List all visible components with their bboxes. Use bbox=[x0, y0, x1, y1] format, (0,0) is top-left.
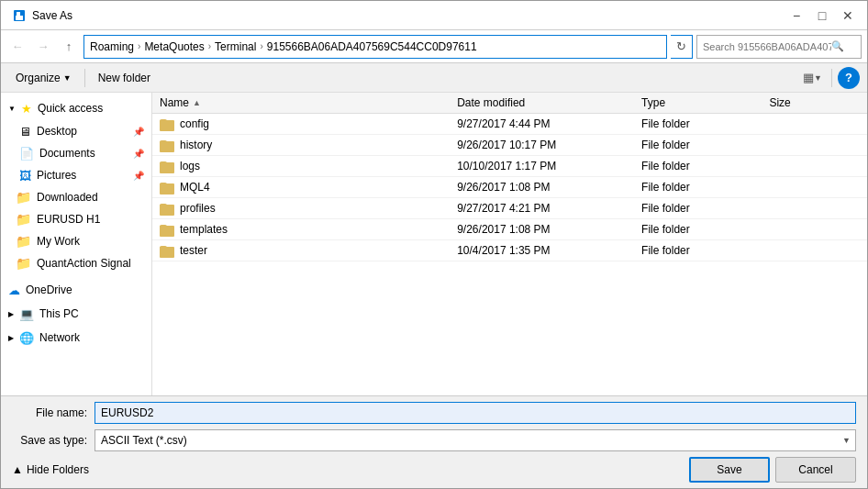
sidebar-item-downloaded[interactable]: 📁 Downloaded bbox=[8, 186, 151, 208]
sidebar-thispc-header[interactable]: ▶ 💻 This PC bbox=[1, 302, 151, 326]
folder-icon bbox=[160, 222, 174, 237]
col-date-label: Date modified bbox=[457, 96, 525, 109]
sidebar-item-quantaction[interactable]: 📁 QuantAction Signal bbox=[8, 252, 151, 274]
chevron-right-network: ▶ bbox=[8, 334, 14, 342]
network-label: Network bbox=[39, 331, 80, 344]
forward-button[interactable]: → bbox=[32, 36, 54, 58]
sidebar-quick-access-header[interactable]: ▼ ★ Quick access bbox=[1, 96, 151, 120]
eurusd-label: EURUSD H1 bbox=[37, 213, 100, 226]
toolbar: Organize ▼ New folder ▦ ▼ ? bbox=[1, 63, 867, 93]
thispc-label: This PC bbox=[39, 307, 79, 320]
savetype-row: Save as type: ASCII Text (*.csv) CSV (*.… bbox=[12, 429, 856, 451]
minimize-button[interactable]: − bbox=[785, 6, 808, 25]
filename-row: File name: bbox=[12, 402, 856, 424]
file-type-cell: File folder bbox=[634, 160, 762, 172]
file-name-cell: history bbox=[152, 138, 450, 152]
sidebar-network-header[interactable]: ▶ 🌐 Network bbox=[1, 326, 151, 350]
organize-label: Organize bbox=[16, 72, 61, 84]
view-button[interactable]: ▦ ▼ bbox=[799, 68, 826, 87]
folder-icon bbox=[160, 117, 174, 131]
address-bar[interactable]: Roaming › MetaQuotes › Terminal › 915566… bbox=[83, 35, 667, 59]
savetype-label: Save as type: bbox=[12, 434, 95, 447]
refresh-button[interactable]: ↻ bbox=[671, 35, 693, 59]
savetype-select[interactable]: ASCII Text (*.csv) CSV (*.csv) Text (*.t… bbox=[95, 429, 856, 451]
mywork-label: My Work bbox=[37, 235, 80, 248]
dialog-title: Save As bbox=[32, 9, 785, 22]
back-button[interactable]: ← bbox=[6, 36, 28, 58]
file-name-cell: logs bbox=[152, 159, 450, 173]
hide-chevron-icon: ▲ bbox=[12, 463, 23, 476]
desktop-label: Desktop bbox=[37, 125, 77, 138]
table-row[interactable]: config 9/27/2017 4:44 PM File folder bbox=[152, 114, 867, 135]
sidebar-item-desktop[interactable]: 🖥 Desktop 📌 bbox=[8, 120, 151, 142]
table-row[interactable]: MQL4 9/26/2017 1:08 PM File folder bbox=[152, 177, 867, 198]
documents-label: Documents bbox=[39, 147, 95, 160]
new-folder-button[interactable]: New folder bbox=[91, 69, 158, 87]
nav-bar: ← → ↑ Roaming › MetaQuotes › Terminal › … bbox=[1, 30, 867, 63]
col-header-name[interactable]: Name ▲ bbox=[152, 94, 450, 111]
quick-access-label: Quick access bbox=[38, 102, 103, 115]
crumb-terminal: Terminal bbox=[215, 40, 256, 53]
svg-rect-1 bbox=[16, 16, 23, 20]
table-row[interactable]: templates 9/26/2017 1:08 PM File folder bbox=[152, 219, 867, 240]
file-name: tester bbox=[180, 244, 207, 257]
downloaded-label: Downloaded bbox=[37, 191, 98, 204]
file-name-cell: tester bbox=[152, 243, 450, 258]
file-list-area[interactable]: Name ▲ Date modified Type Size config bbox=[152, 93, 867, 395]
mywork-icon: 📁 bbox=[16, 234, 31, 249]
help-button[interactable]: ? bbox=[838, 67, 860, 89]
maximize-button[interactable]: □ bbox=[810, 6, 834, 25]
table-row[interactable]: history 9/26/2017 10:17 PM File folder bbox=[152, 135, 867, 156]
file-name-cell: MQL4 bbox=[152, 180, 450, 194]
sidebar-onedrive-header[interactable]: ☁ OneDrive bbox=[1, 278, 151, 302]
col-type-label: Type bbox=[641, 96, 665, 109]
table-row[interactable]: tester 10/4/2017 1:35 PM File folder bbox=[152, 240, 867, 261]
svg-rect-2 bbox=[17, 12, 20, 16]
view-chevron: ▼ bbox=[814, 73, 822, 83]
filename-input[interactable] bbox=[95, 402, 856, 424]
pin-icon-docs: 📌 bbox=[133, 149, 144, 159]
col-header-date[interactable]: Date modified bbox=[450, 94, 634, 111]
file-type-cell: File folder bbox=[634, 223, 762, 236]
table-row[interactable]: profiles 9/27/2017 4:21 PM File folder bbox=[152, 198, 867, 219]
hide-folders-button[interactable]: ▲ Hide Folders bbox=[12, 463, 684, 476]
up-button[interactable]: ↑ bbox=[58, 36, 80, 58]
file-name: templates bbox=[180, 223, 228, 236]
file-date-cell: 10/10/2017 1:17 PM bbox=[450, 160, 634, 172]
file-type-cell: File folder bbox=[634, 244, 762, 257]
col-header-type[interactable]: Type bbox=[634, 94, 762, 111]
file-name-cell: templates bbox=[152, 222, 450, 237]
col-size-label: Size bbox=[769, 96, 790, 109]
file-list-header: Name ▲ Date modified Type Size bbox=[152, 93, 867, 114]
sidebar-item-mywork[interactable]: 📁 My Work bbox=[8, 230, 151, 252]
file-name: config bbox=[180, 117, 209, 130]
save-as-dialog: Save As − □ ✕ ← → ↑ Roaming › MetaQuotes… bbox=[0, 0, 868, 489]
search-box[interactable]: 🔍 bbox=[696, 35, 862, 59]
file-date-cell: 9/27/2017 4:44 PM bbox=[450, 117, 634, 130]
downloaded-icon: 📁 bbox=[16, 190, 31, 205]
close-button[interactable]: ✕ bbox=[836, 6, 860, 25]
sidebar-item-documents[interactable]: 📄 Documents 📌 bbox=[8, 142, 151, 164]
col-name-label: Name bbox=[160, 96, 189, 109]
bottom-bar: File name: Save as type: ASCII Text (*.c… bbox=[1, 395, 867, 488]
file-date-cell: 9/26/2017 1:08 PM bbox=[450, 181, 634, 194]
file-date-cell: 9/26/2017 1:08 PM bbox=[450, 223, 634, 236]
chevron-right-thispc: ▶ bbox=[8, 310, 14, 318]
sidebar-item-pictures[interactable]: 🖼 Pictures 📌 bbox=[8, 164, 151, 186]
table-row[interactable]: logs 10/10/2017 1:17 PM File folder bbox=[152, 156, 867, 177]
search-icon: 🔍 bbox=[831, 40, 844, 52]
sidebar-item-eurusd[interactable]: 📁 EURUSD H1 bbox=[8, 208, 151, 230]
sidebar: ▼ ★ Quick access 🖥 Desktop 📌 📄 Documents… bbox=[1, 93, 152, 395]
folder-icon bbox=[160, 243, 174, 258]
organize-chevron: ▼ bbox=[63, 73, 72, 83]
sort-arrow: ▲ bbox=[193, 98, 201, 107]
organize-button[interactable]: Organize ▼ bbox=[8, 69, 79, 87]
file-type-cell: File folder bbox=[634, 139, 762, 151]
filename-label: File name: bbox=[12, 406, 95, 419]
file-name: history bbox=[180, 139, 212, 151]
search-input[interactable] bbox=[703, 41, 831, 52]
save-button[interactable]: Save bbox=[689, 457, 770, 483]
col-header-size[interactable]: Size bbox=[762, 94, 867, 111]
pictures-label: Pictures bbox=[37, 169, 76, 182]
cancel-button[interactable]: Cancel bbox=[775, 457, 856, 483]
